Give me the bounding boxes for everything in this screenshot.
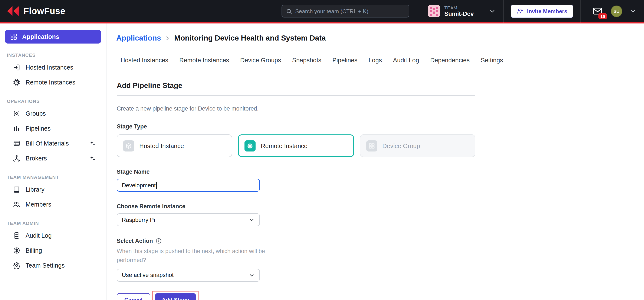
sidebar-item-label: Library bbox=[26, 186, 44, 193]
tab-remote-instances[interactable]: Remote Instances bbox=[174, 54, 235, 66]
sidebar-item-label: Pipelines bbox=[26, 125, 51, 132]
sidebar-item-remote-instances[interactable]: Remote Instances bbox=[0, 75, 106, 90]
add-stage-button[interactable]: Add Stage bbox=[155, 293, 196, 300]
sidebar-section-instances: INSTANCES bbox=[0, 44, 106, 60]
user-menu-chevron-icon[interactable] bbox=[630, 8, 636, 15]
team-settings-icon bbox=[13, 261, 20, 269]
sidebar-item-team-settings[interactable]: Team Settings bbox=[0, 258, 106, 273]
select-action-text: Select Action bbox=[117, 238, 153, 244]
tab-device-groups[interactable]: Device Groups bbox=[235, 54, 287, 66]
stage-type-hosted-instance[interactable]: Hosted Instance bbox=[117, 134, 232, 157]
sidebar-item-brokers[interactable]: Brokers bbox=[0, 151, 106, 166]
brand[interactable]: FlowFuse bbox=[7, 6, 84, 17]
pipelines-icon bbox=[13, 124, 20, 132]
invite-members-button[interactable]: Invite Members bbox=[511, 5, 573, 18]
navbar-right: 15 SU bbox=[584, 5, 636, 17]
search-input[interactable] bbox=[295, 8, 405, 14]
cube-icon bbox=[123, 140, 134, 151]
tab-dependencies[interactable]: Dependencies bbox=[425, 54, 475, 66]
form-description: Create a new pipeline stage for Device t… bbox=[117, 105, 475, 112]
groups-icon bbox=[13, 109, 20, 117]
navbar-divider bbox=[580, 0, 580, 23]
team-search[interactable] bbox=[282, 5, 409, 18]
action-select[interactable]: Use active snapshot bbox=[117, 269, 260, 282]
audit-log-icon bbox=[13, 231, 20, 239]
tab-audit-log[interactable]: Audit Log bbox=[388, 54, 425, 66]
sidebar-item-audit-log[interactable]: Audit Log bbox=[0, 228, 106, 243]
stage-name-label: Stage Name bbox=[117, 169, 475, 175]
brokers-icon bbox=[13, 154, 20, 162]
form-divider bbox=[117, 95, 475, 96]
sidebar-item-library[interactable]: Library bbox=[0, 182, 106, 197]
sidebar-item-label: Hosted Instances bbox=[26, 64, 73, 71]
grid-icon bbox=[366, 140, 377, 151]
user-avatar[interactable]: SU bbox=[611, 5, 622, 17]
sidebar-item-groups[interactable]: Groups bbox=[0, 106, 106, 121]
sidebar-item-label: Team Settings bbox=[26, 262, 65, 269]
sidebar-item-label: Members bbox=[26, 201, 51, 208]
sidebar-item-label: Groups bbox=[26, 110, 46, 117]
stage-type-device-group: Device Group bbox=[360, 134, 475, 157]
application-tabs: Hosted Instances Remote Instances Device… bbox=[116, 54, 644, 66]
flowfuse-logo-icon bbox=[7, 6, 20, 17]
tab-logs[interactable]: Logs bbox=[363, 54, 388, 66]
stage-name-input[interactable]: Development bbox=[117, 179, 260, 192]
team-selector[interactable]: TEAM: Sumit-Dev bbox=[420, 0, 504, 22]
brand-name: FlowFuse bbox=[24, 6, 66, 16]
search-icon bbox=[286, 8, 292, 14]
chip-icon bbox=[245, 140, 256, 151]
sidebar-item-billing[interactable]: Billing bbox=[0, 243, 106, 258]
page-title: Monitoring Device Health and System Data bbox=[174, 34, 326, 43]
invite-members-label: Invite Members bbox=[527, 8, 567, 14]
sidebar-item-members[interactable]: Members bbox=[0, 197, 106, 212]
breadcrumb: Applications Monitoring Device Health an… bbox=[116, 34, 644, 43]
action-value: Use active snapshot bbox=[122, 272, 174, 278]
breadcrumb-applications-link[interactable]: Applications bbox=[116, 34, 161, 43]
add-pipeline-stage-form: Add Pipeline Stage Create a new pipeline… bbox=[116, 81, 475, 300]
sidebar-item-label: Brokers bbox=[26, 155, 47, 162]
library-icon bbox=[13, 185, 20, 193]
hosted-instances-icon bbox=[13, 63, 20, 71]
applications-icon bbox=[10, 33, 18, 41]
chevron-right-icon bbox=[164, 35, 171, 41]
main-content: Applications Monitoring Device Health an… bbox=[106, 24, 644, 300]
form-actions: Cancel Add Stage bbox=[117, 293, 475, 300]
chevron-down-icon bbox=[249, 272, 255, 278]
sidebar-section-team-admin: TEAM ADMIN bbox=[0, 212, 106, 228]
sidebar-item-applications[interactable]: Applications bbox=[5, 30, 101, 44]
sparkles-icon bbox=[89, 140, 96, 146]
stage-type-option-label: Remote Instance bbox=[261, 142, 308, 149]
sidebar-item-pipelines[interactable]: Pipelines bbox=[0, 121, 106, 136]
tab-settings[interactable]: Settings bbox=[475, 54, 508, 66]
tab-snapshots[interactable]: Snapshots bbox=[287, 54, 327, 66]
navbar-divider bbox=[504, 0, 504, 23]
members-icon bbox=[13, 200, 20, 208]
sidebar: Applications INSTANCES Hosted Instances … bbox=[0, 24, 106, 300]
cancel-button[interactable]: Cancel bbox=[117, 293, 150, 300]
stage-name-value: Development bbox=[122, 182, 156, 188]
remote-instance-select[interactable]: Raspberry Pi bbox=[117, 213, 260, 226]
team-avatar bbox=[428, 5, 440, 17]
team-name: Sumit-Dev bbox=[444, 10, 474, 17]
sidebar-item-label: Applications bbox=[22, 33, 59, 40]
info-icon[interactable] bbox=[156, 238, 162, 244]
team-label: TEAM: bbox=[444, 5, 474, 10]
tab-hosted-instances[interactable]: Hosted Instances bbox=[116, 54, 174, 66]
chevron-down-icon bbox=[249, 217, 255, 223]
form-title: Add Pipeline Stage bbox=[117, 81, 475, 90]
remote-instance-value: Raspberry Pi bbox=[122, 217, 155, 223]
sparkles-icon bbox=[89, 155, 96, 162]
sidebar-item-hosted-instances[interactable]: Hosted Instances bbox=[0, 60, 106, 75]
bill-of-materials-icon bbox=[13, 139, 20, 147]
text-caret bbox=[156, 182, 156, 189]
sidebar-item-bill-of-materials[interactable]: Bill Of Materials bbox=[0, 136, 106, 151]
sidebar-section-operations: OPERATIONS bbox=[0, 90, 106, 106]
stage-type-option-label: Device Group bbox=[382, 142, 420, 149]
tab-pipelines[interactable]: Pipelines bbox=[327, 54, 363, 66]
sidebar-item-label: Remote Instances bbox=[26, 79, 76, 86]
billing-icon bbox=[13, 246, 20, 254]
stage-type-option-label: Hosted Instance bbox=[139, 142, 184, 149]
remote-instances-icon bbox=[13, 78, 20, 86]
notifications-button[interactable]: 15 bbox=[592, 6, 604, 16]
stage-type-remote-instance[interactable]: Remote Instance bbox=[238, 134, 354, 157]
